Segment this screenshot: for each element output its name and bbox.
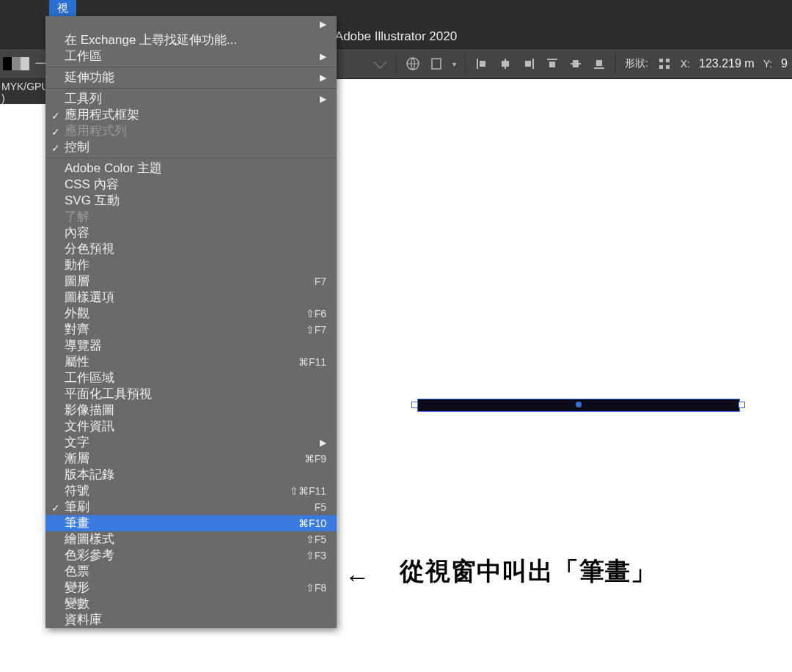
y-value[interactable]: 9 xyxy=(781,57,788,70)
menu-item-label: 動作 xyxy=(65,257,89,273)
menu-item-shortcut: ⇧F3 xyxy=(306,547,326,564)
menu-item-shortcut: ⇧F5 xyxy=(306,531,326,547)
menu-item[interactable]: SVG 互動 xyxy=(45,193,337,209)
menu-item: 了解 xyxy=(45,209,337,225)
menu-item[interactable]: 漸層⌘F9 xyxy=(45,451,337,467)
menu-item[interactable]: 資料庫 xyxy=(45,612,337,628)
globe-icon[interactable] xyxy=(406,56,420,71)
svg-rect-16 xyxy=(659,65,663,69)
menu-item[interactable]: 色彩參考⇧F3 xyxy=(45,547,337,564)
menu-separator xyxy=(45,88,337,89)
menu-item-label: 延伸功能 xyxy=(65,70,114,86)
menu-item-label: 變形 xyxy=(65,580,89,596)
menu-item-label: 工作區域 xyxy=(65,370,114,386)
menu-item-label: 符號 xyxy=(65,483,89,499)
menu-item[interactable]: 在 Exchange 上尋找延伸功能... xyxy=(45,32,337,48)
transform-icon[interactable] xyxy=(657,56,672,71)
menu-item[interactable]: Adobe Color 主題 xyxy=(45,160,337,177)
align-top-icon[interactable] xyxy=(545,56,560,71)
menu-item-label: 色彩參考 xyxy=(65,547,114,564)
menu-item[interactable]: 筆畫⌘F10 xyxy=(45,515,337,531)
menu-item[interactable]: 圖樣選項 xyxy=(45,289,337,306)
menu-item-shortcut: ⌘F10 xyxy=(298,515,326,531)
menu-item[interactable]: 平面化工具預視 xyxy=(45,386,337,402)
menu-item-shortcut: F7 xyxy=(315,273,326,289)
menu-item-label: 工作區 xyxy=(65,48,102,64)
menu-item: 應用程式列 xyxy=(45,123,337,139)
svg-rect-2 xyxy=(477,59,478,69)
menu-item[interactable]: 文件資訊 xyxy=(45,418,337,435)
align-right-icon[interactable] xyxy=(521,56,536,71)
menu-item[interactable]: 延伸功能▶ xyxy=(45,70,337,86)
menu-item[interactable]: 工作區域 xyxy=(45,370,337,386)
menu-item[interactable]: 內容 xyxy=(45,225,337,241)
dropdown-icon[interactable] xyxy=(373,55,386,68)
svg-rect-13 xyxy=(596,60,602,66)
x-value[interactable]: 123.219 m xyxy=(699,57,755,70)
separator xyxy=(615,54,616,73)
svg-rect-14 xyxy=(659,59,663,62)
menu-item[interactable]: 版本記錄 xyxy=(45,467,337,483)
svg-rect-6 xyxy=(532,59,534,69)
menu-item-label: 工具列 xyxy=(65,91,102,107)
menu-item-label: CSS 內容 xyxy=(65,177,119,193)
menu-item[interactable]: 繪圖樣式⇧F5 xyxy=(45,531,337,547)
menu-item[interactable]: 影像描圖 xyxy=(45,402,337,418)
menu-item[interactable]: 控制 xyxy=(45,139,337,155)
menu-item-label: 導覽器 xyxy=(65,338,102,354)
selection-center-point[interactable] xyxy=(576,402,582,407)
stroke-profile-thumb[interactable] xyxy=(3,57,29,70)
menu-item[interactable]: 文字▶ xyxy=(45,435,337,451)
align-vcenter-icon[interactable] xyxy=(568,56,583,71)
small-dropdown-icon[interactable]: ▾ xyxy=(452,60,456,68)
svg-rect-17 xyxy=(666,65,670,69)
menu-item-label: 平面化工具預視 xyxy=(65,386,152,402)
menubar-tab-window[interactable]: 視 xyxy=(49,0,76,16)
menu-item-label: 筆畫 xyxy=(65,515,89,531)
menu-item-label: 應用程式框架 xyxy=(65,107,139,123)
shape-label: 形狀: xyxy=(625,57,648,70)
menu-item-shortcut: ⌘F9 xyxy=(304,451,326,467)
align-hcenter-icon[interactable] xyxy=(498,56,513,71)
svg-rect-8 xyxy=(547,59,557,60)
separator xyxy=(465,54,466,73)
menu-item-label: 圖樣選項 xyxy=(65,289,114,306)
menu-item-label: 繪圖樣式 xyxy=(65,531,114,547)
menu-item-label: 內容 xyxy=(65,225,89,241)
align-left-icon[interactable] xyxy=(474,56,489,71)
menu-item-label: 資料庫 xyxy=(65,612,102,628)
menu-item[interactable]: 變數 xyxy=(45,596,337,612)
menu-item[interactable]: 動作 xyxy=(45,257,337,273)
document-setup-icon[interactable] xyxy=(429,56,444,71)
menu-item[interactable]: 工作區▶ xyxy=(45,48,337,64)
menu-item[interactable]: 圖層F7 xyxy=(45,273,337,289)
menu-item[interactable]: CSS 內容 xyxy=(45,177,337,193)
menu-item[interactable]: 分色預視 xyxy=(45,241,337,257)
menu-item[interactable]: 變形⇧F8 xyxy=(45,580,337,596)
menu-item[interactable]: 符號⇧⌘F11 xyxy=(45,483,337,499)
menu-item[interactable]: 屬性⌘F11 xyxy=(45,354,337,370)
selection-handle-left[interactable] xyxy=(411,402,418,408)
svg-rect-7 xyxy=(525,61,531,67)
svg-rect-9 xyxy=(549,62,555,67)
menu-item[interactable]: 導覽器 xyxy=(45,338,337,354)
submenu-arrow-icon: ▶ xyxy=(320,435,326,451)
menu-item[interactable]: 對齊⇧F7 xyxy=(45,322,337,338)
selection-handle-right[interactable] xyxy=(738,402,745,408)
menu-item-label: 外觀 xyxy=(65,306,89,322)
menu-item-label: 筆刷 xyxy=(65,499,89,515)
menu-item[interactable]: 色票 xyxy=(45,564,337,580)
menu-item[interactable]: ▶ xyxy=(45,16,337,32)
svg-rect-11 xyxy=(573,60,579,67)
menu-item[interactable]: 工具列▶ xyxy=(45,91,337,107)
menu-item[interactable]: 筆刷F5 xyxy=(45,499,337,515)
menu-item-label: 了解 xyxy=(65,209,89,225)
submenu-arrow-icon: ▶ xyxy=(320,48,326,64)
menu-item-label: 漸層 xyxy=(65,451,89,467)
menu-separator xyxy=(45,67,337,67)
align-bottom-icon[interactable] xyxy=(592,56,606,71)
menu-item-shortcut: ⌘F11 xyxy=(298,354,326,370)
menu-item[interactable]: 應用程式框架 xyxy=(45,107,337,123)
y-label: Y: xyxy=(763,58,772,70)
menu-item[interactable]: 外觀⇧F6 xyxy=(45,306,337,322)
